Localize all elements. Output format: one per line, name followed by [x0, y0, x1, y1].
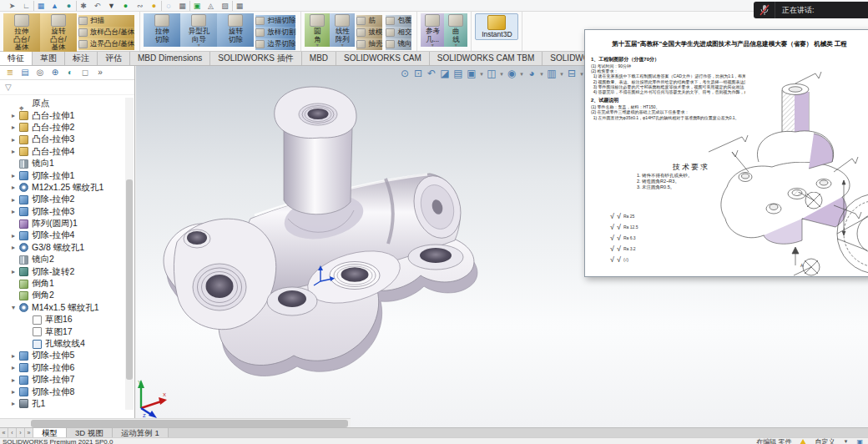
- draft-button[interactable]: 拔模: [356, 27, 382, 38]
- expand-arrow-icon[interactable]: [12, 148, 19, 155]
- hide-show-caret-icon[interactable]: ▾: [518, 68, 525, 80]
- performance-icon[interactable]: ●: [147, 1, 161, 11]
- tree-item[interactable]: 切除-拉伸1: [0, 169, 124, 181]
- tree-item[interactable]: 凸台-拉伸2: [0, 122, 124, 134]
- tree-horizontal-scrollbar[interactable]: [0, 418, 351, 427]
- tree-item[interactable]: 原点: [0, 98, 124, 109]
- lofted-boss-button[interactable]: 放样凸台/基体: [78, 27, 134, 38]
- filter-funnel-icon[interactable]: ▽: [5, 83, 14, 92]
- tree-item[interactable]: 镜向1: [0, 158, 124, 169]
- tree-item[interactable]: 草图16: [0, 314, 124, 325]
- revolved-cut-button[interactable]: 旋转 切除: [217, 13, 254, 47]
- expand-arrow-icon[interactable]: [12, 112, 19, 119]
- zoom-fit-icon[interactable]: ⊙: [398, 68, 411, 80]
- measure-icon[interactable]: ∾: [133, 1, 147, 11]
- expand-arrow-icon[interactable]: [12, 232, 19, 240]
- tree-item[interactable]: 孔螺纹线4: [0, 338, 124, 350]
- previous-view-icon[interactable]: ↶: [425, 68, 438, 80]
- revolved-boss-base-button[interactable]: 旋转 凸台/ 基体: [40, 13, 77, 52]
- linear-pattern-button[interactable]: 线性 阵列▾: [330, 13, 355, 47]
- tree-item[interactable]: 切除-拉伸7: [0, 374, 124, 386]
- hole-wizard-button[interactable]: 异型孔 向导▾: [180, 13, 217, 47]
- arrow-dropdown-icon[interactable]: ▼: [104, 1, 119, 11]
- capture-icon[interactable]: ▣: [189, 1, 204, 11]
- tree-item[interactable]: M12x1.25 螺纹孔1: [0, 182, 124, 194]
- tree-item[interactable]: 切除-拉伸8: [0, 386, 124, 397]
- view-orientation-icon[interactable]: ▣: [465, 68, 478, 80]
- document-tab[interactable]: 3D 视图: [67, 428, 113, 437]
- next-tab-button[interactable]: ›: [17, 428, 25, 437]
- prev-tab-button[interactable]: ‹: [8, 428, 17, 437]
- display-style-caret-icon[interactable]: ▾: [498, 68, 505, 80]
- display-style-icon[interactable]: ◫: [485, 68, 498, 80]
- command-tab[interactable]: MBD Dimensions: [130, 52, 210, 65]
- orientation-caret-icon[interactable]: ▾: [478, 68, 485, 80]
- tree-item[interactable]: 阵列(圆周)1: [0, 218, 124, 230]
- intersect-button[interactable]: 相交: [386, 27, 411, 38]
- undo-icon[interactable]: ↶: [90, 1, 104, 11]
- document-tab[interactable]: 运动算例 1: [113, 428, 169, 437]
- command-tab[interactable]: SOLIDWORKS 插件: [210, 52, 302, 65]
- status-window-icon[interactable]: ▣: [856, 438, 863, 444]
- command-tab[interactable]: SOLIDWORKS CAM TBM: [430, 52, 543, 65]
- instant3d-button[interactable]: Instant3D: [475, 13, 518, 40]
- shade-icon[interactable]: ▨: [218, 1, 232, 11]
- tree-vertical-scrollbar[interactable]: [125, 98, 134, 410]
- help-icon[interactable]: ▦: [232, 1, 246, 11]
- tree-item[interactable]: 凸台-拉伸1: [0, 109, 124, 121]
- customize-label[interactable]: 自定义: [815, 438, 835, 444]
- select-tool-icon[interactable]: ➤: [5, 1, 19, 11]
- swept-boss-button[interactable]: 扫描: [78, 15, 134, 27]
- boundary-cut-button[interactable]: 边界切除: [255, 38, 295, 50]
- expand-arrow-icon[interactable]: [12, 124, 19, 131]
- display-style-icon[interactable]: ▦: [33, 1, 48, 11]
- dimxpert-tab-icon[interactable]: ⊕: [48, 67, 63, 78]
- expand-arrow-icon[interactable]: [12, 352, 19, 360]
- view-orientation-icon[interactable]: ▲: [48, 1, 62, 11]
- command-tab[interactable]: 评估: [98, 52, 130, 65]
- reference-document-overlay[interactable]: 第十五届“高教杯”全国大学生先进成图技术与产品信息建模大赛（省赛） 机械类 工程…: [584, 29, 868, 277]
- command-tab[interactable]: 草图: [33, 52, 65, 65]
- command-tab[interactable]: 特征: [0, 52, 33, 65]
- expand-arrow-icon[interactable]: [12, 376, 19, 384]
- wrap-button[interactable]: 包覆: [386, 15, 411, 27]
- propertymanager-tab-icon[interactable]: ▤: [18, 67, 33, 78]
- tree-item[interactable]: 倒角2: [0, 290, 124, 301]
- search-icon[interactable]: ◌: [161, 1, 175, 11]
- hide-show-items-icon[interactable]: ◉: [505, 68, 518, 80]
- expand-arrow-icon[interactable]: [12, 172, 19, 179]
- expand-arrow-icon[interactable]: [12, 196, 19, 204]
- first-tab-button[interactable]: «: [0, 428, 8, 437]
- tree-item[interactable]: 切除-拉伸6: [0, 362, 124, 374]
- scrollbar-thumb[interactable]: [31, 420, 348, 427]
- tree-item[interactable]: 草图17: [0, 325, 124, 337]
- zoom-area-icon[interactable]: ⊡: [411, 68, 425, 80]
- cam-tab-icon[interactable]: ◻: [78, 67, 93, 78]
- view-settings-icon[interactable]: ⊟: [565, 68, 578, 80]
- tree-item[interactable]: G3/8 螺纹孔1: [0, 242, 124, 254]
- rebuild-icon[interactable]: ●: [119, 1, 133, 11]
- tree-item[interactable]: 切除-拉伸2: [0, 194, 124, 205]
- curves-button[interactable]: 曲 线▾: [444, 13, 467, 47]
- expand-arrow-icon[interactable]: [12, 364, 19, 371]
- tree-item[interactable]: 凸台-拉伸4: [0, 146, 124, 158]
- tree-item[interactable]: 切除-拉伸4: [0, 230, 124, 241]
- apply-scene-icon[interactable]: ▥: [545, 68, 558, 80]
- tools-icon[interactable]: ◬: [204, 1, 218, 11]
- rib-button[interactable]: 筋: [356, 15, 382, 27]
- tree-item[interactable]: M14x1.5 螺纹孔1: [0, 302, 124, 314]
- expand-arrow-icon[interactable]: [12, 268, 19, 275]
- expand-arrow-icon[interactable]: [12, 388, 19, 396]
- expand-arrow-icon[interactable]: [12, 304, 19, 311]
- scrollbar-thumb[interactable]: [126, 179, 133, 380]
- expand-arrow-icon[interactable]: [12, 244, 19, 251]
- appearance-caret-icon[interactable]: ▾: [538, 68, 545, 80]
- reference-geometry-button[interactable]: 参考 几...▾: [421, 13, 444, 47]
- expand-arrow-icon[interactable]: [12, 400, 19, 407]
- tree-item[interactable]: 孔1: [0, 398, 124, 410]
- edit-appearance-icon[interactable]: ◕: [525, 68, 538, 80]
- expand-arrow-icon[interactable]: [12, 208, 19, 215]
- extruded-cut-button[interactable]: 拉伸 切除: [144, 13, 180, 47]
- tree-item[interactable]: 切除-旋转2: [0, 265, 124, 277]
- annotation-view-icon[interactable]: ▤: [452, 68, 465, 80]
